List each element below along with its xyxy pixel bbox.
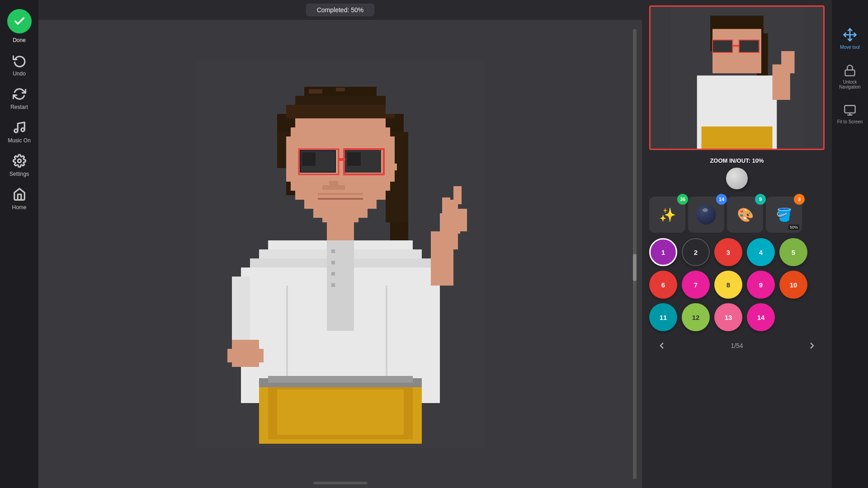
color-5-label: 5 bbox=[792, 249, 795, 256]
home-label: Home bbox=[12, 204, 26, 211]
bucket-tool[interactable]: 🪣 3 50% bbox=[766, 197, 802, 233]
svg-rect-54 bbox=[453, 186, 462, 204]
svg-rect-43 bbox=[331, 272, 335, 276]
svg-rect-65 bbox=[309, 89, 322, 94]
zoom-label: ZOOM IN/OUT: 10% bbox=[710, 157, 764, 164]
done-button[interactable]: Done bbox=[1, 5, 38, 48]
color-3-label: 3 bbox=[726, 249, 730, 256]
svg-rect-5 bbox=[295, 96, 386, 105]
far-right-toolbar: Move tool Unlock Navigation Fit to Scree… bbox=[832, 0, 868, 488]
color-13[interactable]: 13 bbox=[714, 303, 742, 331]
svg-rect-30 bbox=[313, 195, 368, 198]
color-7-label: 7 bbox=[694, 281, 698, 289]
move-tool-button[interactable]: Move tool bbox=[834, 25, 866, 52]
color-8[interactable]: 8 bbox=[714, 271, 742, 299]
color-8-label: 8 bbox=[726, 281, 730, 289]
color-palette-grid: 1 2 3 4 5 6 7 bbox=[649, 238, 825, 331]
svg-rect-28 bbox=[338, 185, 345, 190]
vertical-scrollbar[interactable] bbox=[633, 29, 637, 479]
settings-label: Settings bbox=[9, 171, 29, 177]
svg-rect-82 bbox=[845, 70, 855, 76]
music-label: Music On bbox=[8, 137, 31, 144]
sparkle-badge: 36 bbox=[677, 194, 688, 205]
svg-rect-31 bbox=[318, 198, 363, 200]
color-11[interactable]: 11 bbox=[649, 303, 677, 331]
svg-rect-26 bbox=[329, 181, 338, 190]
svg-rect-63 bbox=[286, 286, 288, 376]
svg-rect-44 bbox=[331, 283, 335, 287]
color-12[interactable]: 12 bbox=[682, 303, 710, 331]
color-4[interactable]: 4 bbox=[747, 238, 775, 266]
svg-rect-6 bbox=[286, 105, 386, 114]
horizontal-scrollbar[interactable] bbox=[313, 482, 368, 484]
color-4-label: 4 bbox=[759, 249, 763, 256]
minimap-image bbox=[651, 7, 823, 149]
zoom-area: ZOOM IN/OUT: 10% bbox=[642, 154, 832, 193]
svg-rect-73 bbox=[712, 40, 732, 52]
svg-rect-64 bbox=[386, 286, 387, 376]
palette-area: ✨ 36 14 🎨 9 🪣 3 50% bbox=[642, 193, 832, 483]
home-icon bbox=[11, 186, 28, 202]
color-9-label: 9 bbox=[759, 281, 763, 289]
svg-rect-67 bbox=[286, 164, 293, 170]
ball-tool[interactable]: 14 bbox=[688, 197, 724, 233]
unlock-nav-button[interactable]: Unlock Navigation bbox=[834, 61, 866, 92]
scroll-thumb[interactable] bbox=[633, 254, 637, 281]
main-canvas-area: Completed: 50% bbox=[38, 0, 642, 488]
home-button[interactable]: Home bbox=[1, 182, 38, 215]
color-11-label: 11 bbox=[660, 314, 667, 321]
sparkle-tool[interactable]: ✨ 36 bbox=[649, 197, 685, 233]
restart-button[interactable]: Restart bbox=[1, 81, 38, 115]
zoom-slider-container[interactable] bbox=[649, 168, 825, 189]
svg-rect-35 bbox=[327, 220, 354, 243]
bucket-percent: 50% bbox=[788, 225, 799, 230]
restart-label: Restart bbox=[10, 104, 28, 110]
undo-label: Undo bbox=[13, 70, 26, 77]
done-icon bbox=[7, 9, 32, 33]
color-7[interactable]: 7 bbox=[682, 271, 710, 299]
settings-button[interactable]: Settings bbox=[1, 148, 38, 182]
color-14[interactable]: 14 bbox=[747, 303, 775, 331]
color-6[interactable]: 6 bbox=[649, 271, 677, 299]
svg-rect-27 bbox=[322, 185, 329, 190]
svg-rect-75 bbox=[732, 45, 739, 47]
music-button[interactable]: Music On bbox=[1, 115, 38, 148]
color-9[interactable]: 9 bbox=[747, 271, 775, 299]
progress-bar-container: Completed: 50% bbox=[38, 0, 642, 20]
pour-tool[interactable]: 🎨 9 bbox=[727, 197, 763, 233]
svg-rect-23 bbox=[347, 152, 361, 166]
color-5[interactable]: 5 bbox=[779, 238, 807, 266]
next-page-button[interactable] bbox=[803, 337, 821, 355]
bucket-icon: 🪣 bbox=[776, 207, 792, 222]
ball-badge: 14 bbox=[716, 194, 727, 205]
svg-rect-60 bbox=[277, 389, 404, 435]
minimap[interactable] bbox=[649, 5, 825, 150]
canvas-viewport[interactable] bbox=[38, 20, 642, 488]
zoom-value: 10% bbox=[752, 157, 764, 164]
svg-rect-74 bbox=[739, 40, 759, 52]
svg-rect-46 bbox=[232, 277, 250, 349]
color-2[interactable]: 2 bbox=[682, 238, 710, 266]
zoom-knob[interactable] bbox=[726, 168, 748, 189]
color-2-label: 2 bbox=[694, 249, 698, 256]
restart-icon bbox=[11, 86, 28, 102]
svg-rect-40 bbox=[327, 240, 354, 331]
pixel-art-canvas[interactable] bbox=[196, 60, 485, 448]
pour-icon: 🎨 bbox=[737, 207, 754, 223]
color-13-label: 13 bbox=[725, 314, 732, 321]
prev-page-button[interactable] bbox=[653, 337, 671, 355]
svg-rect-42 bbox=[331, 261, 335, 264]
unlock-nav-label: Unlock Navigation bbox=[837, 80, 863, 89]
svg-rect-9 bbox=[286, 114, 395, 118]
color-1[interactable]: 1 bbox=[649, 238, 677, 266]
color-10-label: 10 bbox=[790, 281, 797, 289]
color-3[interactable]: 3 bbox=[714, 238, 742, 266]
bucket-badge: 3 bbox=[794, 194, 805, 205]
fit-screen-button[interactable]: Fit to Screen bbox=[834, 101, 866, 127]
svg-rect-56 bbox=[227, 349, 236, 362]
color-14-label: 14 bbox=[757, 314, 765, 321]
undo-button[interactable]: Undo bbox=[1, 48, 38, 81]
zoom-text: ZOOM IN/OUT: bbox=[710, 157, 750, 164]
right-panel-outer: ZOOM IN/OUT: 10% ✨ 36 14 bbox=[642, 0, 868, 488]
color-10[interactable]: 10 bbox=[779, 271, 807, 299]
